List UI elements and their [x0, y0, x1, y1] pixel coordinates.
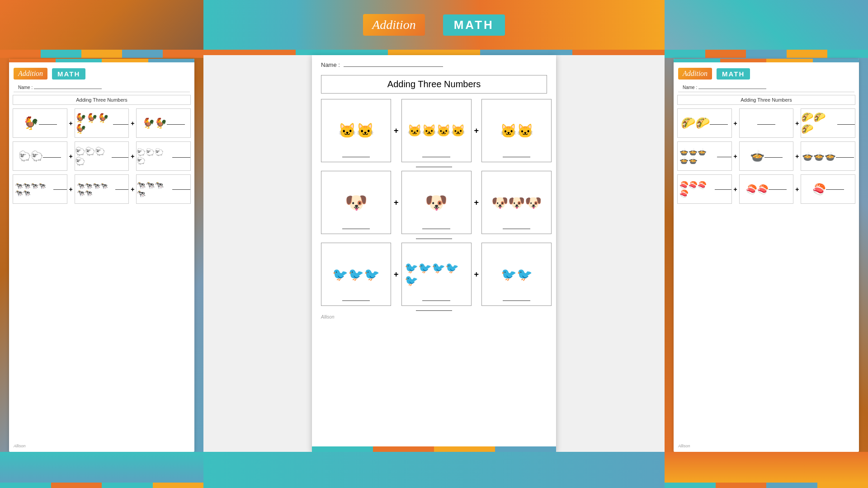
right-ws-top-stripe	[674, 59, 859, 62]
center-signature: Allison	[321, 314, 547, 319]
left-cell-3-3: 🐄🐄🐄🐄	[136, 174, 191, 204]
stripe-seg-1	[0, 50, 41, 58]
center-plus-3b: +	[472, 270, 482, 279]
center-row1-answer	[416, 167, 452, 167]
right-ws-header: Addition MATH	[674, 64, 859, 83]
right-plus-3b: +	[795, 186, 799, 193]
right-math-badge: MATH	[717, 68, 750, 80]
left-worksheet: Addition MATH Name : Adding Three Number…	[9, 59, 194, 452]
right-cell-2-2: 🍲	[739, 141, 794, 171]
center-name-label: Name :	[321, 61, 340, 68]
center-worksheet-title: Adding Three Numbers	[321, 75, 547, 94]
center-top-math: MATH	[443, 14, 505, 36]
left-panel: Addition MATH Name : Adding Three Number…	[0, 0, 203, 488]
right-cell-1-3: 🌮🌮🌮	[801, 108, 855, 138]
center-top-addition: Addition	[363, 14, 425, 36]
left-cell-1-1: 🐓	[13, 108, 67, 138]
right-panel: Addition MATH Name : Adding Three Number…	[665, 0, 868, 488]
center-plus-2a: +	[391, 198, 401, 207]
center-plus-3a: +	[391, 270, 401, 279]
right-cell-3-1: 🍣🍣🍣🍣	[677, 174, 732, 204]
left-cell-1-3: 🐓🐓	[136, 108, 191, 138]
left-plus-2: +	[69, 153, 73, 160]
center-cell-3-1: 🐦🐦🐦	[321, 243, 391, 306]
center-ws-name-area: Name :	[312, 55, 556, 70]
left-plus-1: +	[69, 120, 73, 127]
left-ws-header: Addition MATH	[9, 64, 194, 83]
left-stripe-bar	[0, 50, 203, 58]
right-plus-3: +	[734, 186, 737, 193]
center-cell-1-3: 🐱🐱	[481, 99, 552, 162]
stripe-seg-5	[163, 50, 203, 58]
center-plus-1a: +	[391, 126, 401, 136]
right-row-2: 🍲🍲🍲🍲🍲 + 🍲 + 🍲🍲🍲	[674, 141, 859, 171]
right-plus-2b: +	[795, 153, 799, 160]
center-cell-1-1: 🐱🐱	[321, 99, 391, 162]
left-cell-2-1: 🐑🐑	[13, 141, 67, 171]
left-bottom-stripe	[0, 483, 203, 488]
left-name-line: Name :	[14, 83, 190, 92]
left-signature: Allison	[14, 444, 26, 448]
center-row2-answer	[416, 239, 452, 239]
right-top-bg	[665, 0, 868, 50]
stripe-seg-2	[41, 50, 81, 58]
right-bottom-orange	[665, 452, 868, 483]
right-cell-1-1: 🌮🌮	[677, 108, 732, 138]
right-signature: Allison	[678, 444, 690, 448]
right-cell-2-3: 🍲🍲🍲	[801, 141, 855, 171]
left-plus-2b: +	[131, 153, 134, 160]
center-ws-bottom-stripe	[312, 446, 556, 452]
right-cell-1-2	[739, 108, 794, 138]
center-row-3: 🐦🐦🐦 + 🐦🐦🐦🐦🐦 + 🐦🐦	[321, 243, 547, 306]
right-stripe-bar	[665, 50, 868, 58]
center-content: Adding Three Numbers 🐱🐱 + 🐱🐱🐱🐱 + 🐱🐱	[312, 70, 556, 446]
right-cell-2-1: 🍲🍲🍲🍲🍲	[677, 141, 732, 171]
center-row-2: 🐶 + 🐶 + 🐶🐶🐶	[321, 171, 547, 234]
right-plus-2: +	[734, 153, 737, 160]
left-ws-top-stripe	[9, 59, 194, 62]
right-row-1: 🌮🌮 + + 🌮🌮🌮	[674, 108, 859, 138]
left-cell-3-2: 🐄🐄🐄🐄🐄🐄	[75, 174, 129, 204]
stripe-seg-3	[81, 50, 122, 58]
stripe-seg-4	[122, 50, 163, 58]
center-worksheet: Name : Adding Three Numbers 🐱🐱 + 🐱🐱🐱🐱 +	[312, 55, 556, 452]
left-cell-2-2: 🐑🐑🐑🐑	[75, 141, 129, 171]
center-top-stripe	[203, 50, 665, 55]
center-cell-1-2: 🐱🐱🐱🐱	[401, 99, 472, 162]
center-cell-3-2: 🐦🐦🐦🐦🐦	[401, 243, 472, 306]
left-cell-1-2: 🐓🐓🐓🐓	[75, 108, 129, 138]
left-row-1: 🐓 + 🐓🐓🐓🐓 + 🐓🐓	[9, 108, 194, 138]
center-row-1: 🐱🐱 + 🐱🐱🐱🐱 + 🐱🐱	[321, 99, 547, 162]
right-worksheet-title: Adding Three Numbers	[677, 95, 855, 105]
right-plus-1b: +	[795, 120, 799, 127]
center-plus-1b: +	[472, 126, 482, 136]
center-plus-2b: +	[472, 198, 482, 207]
center-panel: Addition MATH Name : Adding Three Number…	[203, 0, 665, 488]
left-plus-3: +	[69, 186, 73, 193]
center-cell-2-3: 🐶🐶🐶	[481, 171, 552, 234]
left-cell-2-3: 🐑🐑🐑🐑	[136, 141, 191, 171]
left-math-badge: MATH	[52, 68, 85, 80]
right-addition-badge: Addition	[678, 68, 712, 80]
left-plus-1b: +	[131, 120, 134, 127]
right-row-3: 🍣🍣🍣🍣 + 🍣🍣 + 🍣	[674, 174, 859, 204]
right-worksheet: Addition MATH Name : Adding Three Number…	[674, 59, 859, 452]
left-row-2: 🐑🐑 + 🐑🐑🐑🐑 + 🐑🐑🐑🐑	[9, 141, 194, 171]
center-row3-answer	[416, 310, 452, 311]
left-top-bg	[0, 0, 203, 50]
center-cell-3-3: 🐦🐦	[481, 243, 552, 306]
right-plus-1: +	[734, 120, 737, 127]
right-cell-3-3: 🍣	[801, 174, 855, 204]
left-row-3: 🐄🐄🐄🐄🐄🐄 + 🐄🐄🐄🐄🐄🐄 + 🐄🐄🐄🐄	[9, 174, 194, 204]
center-cell-2-1: 🐶	[321, 171, 391, 234]
right-cell-3-2: 🍣🍣	[739, 174, 794, 204]
center-top-header: Addition MATH	[203, 0, 665, 50]
left-addition-badge: Addition	[14, 68, 47, 80]
left-worksheet-title: Adding Three Numbers	[13, 95, 191, 105]
left-bottom-blue	[0, 452, 203, 483]
left-plus-3b: +	[131, 186, 134, 193]
right-bottom-stripe	[665, 483, 868, 488]
center-bottom-blue	[203, 452, 665, 488]
right-name-line: Name :	[678, 83, 854, 92]
left-cell-3-1: 🐄🐄🐄🐄🐄🐄	[13, 174, 67, 204]
